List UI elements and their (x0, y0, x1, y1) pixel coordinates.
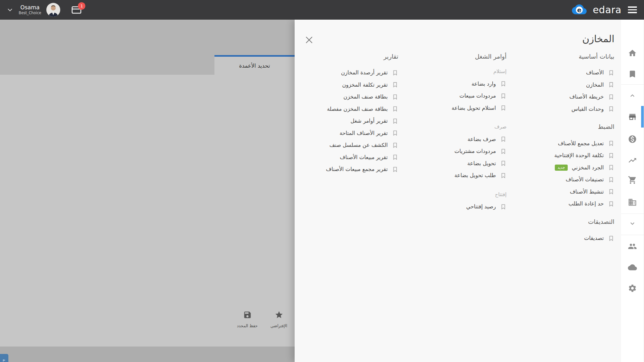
bookmark-icon[interactable] (392, 105, 398, 112)
sidebar-divider (621, 84, 644, 85)
svg-text:e: e (577, 6, 582, 14)
tab-select-columns[interactable]: تحديد الأعمدة (214, 55, 295, 75)
menu-item-purchase-returns[interactable]: مردودات مشتريات (452, 145, 507, 157)
company-name: Best_Choice (19, 11, 41, 15)
new-badge: جديد (555, 165, 567, 171)
menu-item-item-sales-summary-report[interactable]: تقرير مجمع مبيعات الأصناف (326, 163, 398, 176)
gear-icon[interactable] (628, 284, 637, 293)
menu-column-work-orders: أوامر الشغل إستلام وارد بضاعة مردودات مب… (452, 49, 507, 213)
bookmark-icon[interactable] (608, 93, 614, 100)
cloud-icon[interactable] (628, 263, 637, 272)
menu-item-item-sales-report[interactable]: تقرير مبيعات الأصناف (326, 151, 398, 164)
menu-item-item-card-detailed-report[interactable]: بطاقة صنف المخزن مفصلة (326, 103, 398, 115)
bookmark-icon[interactable] (392, 142, 398, 149)
avatar[interactable] (46, 3, 60, 17)
menu-item-goods-issue[interactable]: صرف بضاعة (452, 133, 507, 146)
building-icon[interactable] (628, 198, 637, 207)
panel-title: المخازن (582, 32, 614, 46)
chevron-up-icon[interactable] (629, 92, 636, 100)
menu-item-receive-transfer[interactable]: استلام تحويل بضاعة (452, 102, 507, 114)
hamburger-menu-icon[interactable] (627, 5, 638, 14)
bookmark-icon[interactable] (608, 176, 614, 183)
menu-item-item-classifications[interactable]: تصنيفات الأصناف (554, 174, 614, 186)
menu-item-transfer-request[interactable]: طلب تحويل بضاعة (452, 169, 507, 182)
bookmark-icon[interactable] (500, 104, 507, 111)
store-icon[interactable] (628, 112, 637, 121)
menu-item-item-card-report[interactable]: بطاقة صنف المخزن (326, 91, 398, 103)
bookmark-icon[interactable] (608, 69, 614, 76)
columns-actions: حفظ المحدد الإفتراضى (232, 310, 294, 328)
close-icon[interactable] (304, 35, 314, 45)
section-header-settings: الضبط (554, 121, 614, 133)
subsection-header-receive: إستلام (452, 66, 507, 78)
trending-up-icon[interactable] (628, 156, 637, 165)
bookmark-icon[interactable] (500, 160, 507, 167)
menu-item-approvals[interactable]: تصديقات (554, 232, 614, 244)
menu-item-units[interactable]: وحدات القياس (554, 103, 614, 115)
topbar: Osama Best_Choice 1 e edara (0, 0, 644, 20)
menu-item-stocktaking[interactable]: الجرد المخزني جديد (554, 162, 614, 174)
menu-item-sales-returns[interactable]: مردودات مبيعات (452, 90, 507, 102)
menu-item-work-orders-report[interactable]: تقرير أوامر شغل (326, 115, 398, 127)
dollar-icon[interactable] (628, 135, 637, 144)
notification-count-badge: 1 (78, 2, 85, 10)
menu-item-reorder-limit[interactable]: حد إعادة الطلب (554, 198, 614, 210)
bookmark-icon[interactable] (392, 69, 398, 76)
bookmark-icon[interactable] (608, 164, 614, 171)
menu-column-reports: تقارير تقرير أرصدة المخازن تقرير تكلفة ا… (326, 49, 398, 176)
bookmark-icon[interactable] (500, 203, 507, 210)
dimmed-background-page: تحديد الأعمدة نقاط المخزون المحلية حد إع… (0, 20, 295, 362)
default-button[interactable]: الإفتراضى (264, 310, 294, 328)
menu-item-warehouses[interactable]: المخازن (554, 79, 614, 91)
menu-item-opening-balance[interactable]: رصيد إفتتاحي (452, 201, 507, 213)
section-header-approvals: التصديقات (554, 216, 614, 228)
bookmark-icon[interactable] (392, 118, 398, 125)
bookmark-icon[interactable] (608, 140, 614, 147)
user-menu-chevron-icon[interactable] (6, 6, 14, 14)
menu-item-bulk-edit[interactable]: تعديل مجمع للأصناف (554, 138, 614, 150)
menu-item-goods-receipt[interactable]: وارد بضاعة (452, 78, 507, 90)
bookmark-icon[interactable] (392, 166, 398, 173)
save-selected-button[interactable]: حفظ المحدد (232, 310, 262, 328)
bookmark-icon[interactable] (608, 81, 614, 88)
bookmark-icon[interactable] (608, 235, 614, 242)
bookmark-icon[interactable] (500, 136, 507, 143)
edara-cloud-logo: e (571, 3, 588, 17)
menu-item-serial-lookup-report[interactable]: الكشف عن مسلسل صنف (326, 139, 398, 151)
notifications-icon[interactable]: 1 (71, 5, 82, 15)
page-footer-area (0, 347, 295, 362)
bookmark-icon[interactable] (392, 93, 398, 100)
sidebar-divider (621, 235, 644, 235)
bookmark-icon[interactable] (608, 200, 614, 207)
home-icon[interactable] (628, 49, 637, 58)
bookmark-icon[interactable] (608, 105, 614, 112)
menu-item-warehouse-balances-report[interactable]: تقرير أرصدة المخازن (326, 67, 398, 79)
bookmark-icon[interactable] (500, 80, 507, 87)
active-section-indicator (641, 106, 644, 128)
subsection-header-issue: صرف (452, 121, 507, 133)
column-header: أوامر الشغل (452, 49, 507, 64)
shopping-cart-icon[interactable] (628, 176, 637, 185)
bookmark-icon[interactable] (392, 154, 398, 161)
menu-item-goods-transfer[interactable]: تحويل بضاعة (452, 157, 507, 170)
bookmark-icon[interactable] (608, 152, 614, 159)
bookmark-icon[interactable] (628, 70, 637, 79)
chevron-down-icon[interactable] (629, 220, 636, 227)
bookmark-icon[interactable] (392, 81, 398, 88)
subsection-header-opening: إفتتاح (452, 189, 507, 201)
bookmark-icon[interactable] (608, 188, 614, 195)
bookmark-icon[interactable] (392, 129, 398, 137)
users-icon[interactable] (628, 242, 637, 251)
menu-item-items-map[interactable]: خريطة الأصناف (554, 91, 614, 103)
menu-item-available-items-report[interactable]: تقرير الأصناف المتاحة (326, 127, 398, 139)
menu-item-inventory-cost-report[interactable]: تقرير تكلفة المخزون (326, 79, 398, 91)
help-tab[interactable]: مساعدة (0, 354, 8, 362)
bookmark-icon[interactable] (500, 92, 507, 100)
menu-item-items[interactable]: الأصناف (554, 67, 614, 79)
warehouses-menu-panel: المخازن بيانات أساسية الأصناف المخازن خر… (295, 20, 621, 362)
menu-item-activate-items[interactable]: تنشيط الأصناف (554, 186, 614, 198)
bookmark-icon[interactable] (500, 148, 507, 155)
bookmark-icon[interactable] (500, 172, 507, 179)
menu-item-opening-unit-cost[interactable]: تكلفة الوحدة الإفتتاحية (554, 149, 614, 162)
user-identity[interactable]: Osama Best_Choice (19, 5, 41, 15)
